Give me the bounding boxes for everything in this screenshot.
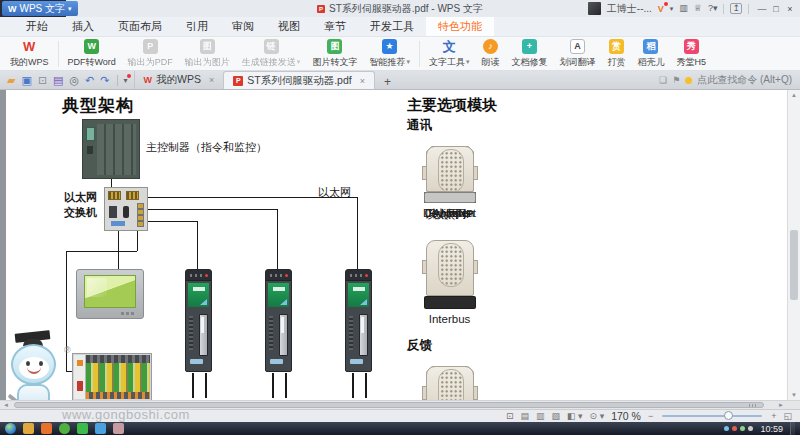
explorer-icon[interactable] xyxy=(23,423,34,434)
doc-mini-icon[interactable]: ❏ xyxy=(659,75,667,85)
tray-icon[interactable] xyxy=(732,426,737,431)
ribbon-read-aloud[interactable]: ♪朗读 xyxy=(475,37,505,70)
export-icon[interactable]: ⊡ xyxy=(38,75,47,86)
plc-label: 主控制器（指令和监控） xyxy=(146,140,267,155)
zoom-out-button[interactable]: − xyxy=(648,411,653,421)
flag-mini-icon[interactable]: ⚑ xyxy=(672,75,680,85)
start-button[interactable] xyxy=(5,423,16,434)
menu-tab-1[interactable]: 插入 xyxy=(60,17,106,36)
view-mode-icons: ⊡▤▥▧◧ ▾⊙ ▾ xyxy=(506,411,604,421)
menu-tab-7[interactable]: 开发工具 xyxy=(358,17,426,36)
quick-access-toolbar: ▰▣⊡▤◎↶↷ xyxy=(0,71,117,89)
collapse-ribbon-icon[interactable]: ↥ xyxy=(730,3,742,14)
undo-icon[interactable]: ↶ xyxy=(85,75,94,86)
find-command-hint: 点此查找命令 (Alt+Q) xyxy=(697,73,792,87)
doc-tab-1[interactable]: PST系列伺服驱动器.pdf× xyxy=(223,71,375,89)
taskbar-clock[interactable]: 10:59 xyxy=(760,424,783,434)
ribbon-text-tool[interactable]: 文文字工具▾ xyxy=(423,37,476,70)
user-avatar[interactable] xyxy=(588,2,601,15)
new-tab-button[interactable]: + xyxy=(375,75,400,89)
chevron-down-icon[interactable]: ▾ xyxy=(670,5,674,12)
ribbon-reward[interactable]: 赏打赏 xyxy=(601,37,631,70)
ribbon-xiutang-h5[interactable]: 秀秀堂H5 xyxy=(670,37,712,70)
menu-tab-4[interactable]: 审阅 xyxy=(220,17,266,36)
export-image-icon: 图 xyxy=(200,39,215,54)
docer-mall-icon[interactable]: ♕ xyxy=(694,4,702,13)
scroll-down-icon[interactable]: ▼ xyxy=(791,392,797,398)
ribbon-image-to-text[interactable]: 图图片转文字 xyxy=(306,37,363,70)
find-command[interactable]: ❏⚑ 点此查找命令 (Alt+Q) xyxy=(659,73,792,87)
app-name: WPS 文字 xyxy=(20,2,66,16)
maximize-button[interactable]: □ xyxy=(769,4,783,14)
tray-icon[interactable] xyxy=(740,426,745,431)
drive-part xyxy=(268,283,289,307)
open-folder-icon[interactable]: ▰ xyxy=(7,75,15,86)
app-green-icon[interactable] xyxy=(77,423,88,434)
fullscreen-icon[interactable]: ◱ xyxy=(783,411,792,421)
app-orange-icon[interactable] xyxy=(41,423,52,434)
redo-icon[interactable]: ↷ xyxy=(100,75,109,86)
menu-tab-0[interactable]: 开始 xyxy=(14,17,60,36)
ethernet-switch-image xyxy=(104,187,148,231)
scroll-up-icon[interactable]: ▲ xyxy=(791,92,797,98)
close-button[interactable]: × xyxy=(783,4,797,14)
zoom-slider-thumb[interactable] xyxy=(724,411,733,420)
zoom-slider[interactable] xyxy=(662,415,762,417)
tray-icon[interactable] xyxy=(724,426,729,431)
scroll-right-icon[interactable]: ► xyxy=(778,402,784,408)
module-CANopen: CANopen xyxy=(416,146,483,219)
divider xyxy=(748,4,749,14)
save-icon[interactable]: ▣ xyxy=(21,75,31,86)
app-photo-icon[interactable] xyxy=(113,423,124,434)
drive-part xyxy=(199,314,208,356)
skin-icon[interactable]: ▥ xyxy=(679,4,688,13)
doc-tab-label: ST系列伺服驱动器.pdf xyxy=(247,74,351,88)
module-feedback-2 xyxy=(416,366,483,400)
ribbon-docer[interactable]: 稻稻壳儿 xyxy=(631,37,670,70)
columns-view-icon[interactable]: ▥ xyxy=(536,411,545,421)
ribbon-doc-repair[interactable]: +文档修复 xyxy=(505,37,553,70)
servo-drive-image xyxy=(265,269,292,372)
doc-tab-label: 我的WPS xyxy=(156,73,201,87)
smart-recommend-icon: ★ xyxy=(382,39,397,54)
user-name[interactable]: 工博士--... xyxy=(607,2,652,16)
quick-access-more-icon[interactable]: ▾ xyxy=(124,76,128,85)
tray-icon[interactable] xyxy=(748,426,753,431)
app-green-circle-icon[interactable] xyxy=(59,423,70,434)
show-desktop-button[interactable] xyxy=(790,422,795,435)
ribbon-pdf-to-word[interactable]: WPDF转Word xyxy=(62,37,122,70)
wps-app-button[interactable]: W WPS 文字 ▾ xyxy=(2,1,78,16)
doc-tab-0[interactable]: W我的WPS× xyxy=(134,71,224,89)
scrollbar-thumb[interactable] xyxy=(790,230,798,300)
status-bar: www.gongboshi.com ⊡▤▥▧◧ ▾⊙ ▾ 170 % − + ◱ xyxy=(0,409,800,422)
print-preview-icon[interactable]: ◎ xyxy=(70,75,80,86)
page-view-icon[interactable]: ▤ xyxy=(521,411,530,421)
title-bar-right: 工博士--... V ▾ ▥♕?▾↥ —□× xyxy=(588,0,797,17)
app-blue-icon[interactable] xyxy=(95,423,106,434)
night-mode-icon[interactable]: ⊙ ▾ xyxy=(590,411,605,421)
menu-tab-3[interactable]: 引用 xyxy=(174,17,220,36)
read-mode-icon[interactable]: ▧ xyxy=(552,411,561,421)
ribbon-label: 打赏 xyxy=(607,56,625,69)
vertical-scrollbar[interactable]: ▲ ▼ xyxy=(787,90,800,400)
scroll-left-icon[interactable]: ◄ xyxy=(3,402,9,408)
zoom-in-button[interactable]: + xyxy=(771,411,776,421)
close-tab-icon[interactable]: × xyxy=(209,75,214,85)
ribbon-my-wps[interactable]: W我的WPS xyxy=(4,37,55,70)
display-mode-icon[interactable]: ◧ ▾ xyxy=(567,411,583,421)
fit-width-icon[interactable]: ⊡ xyxy=(506,411,514,421)
ribbon-translate[interactable]: A划词翻译 xyxy=(553,37,601,70)
menu-tab-5[interactable]: 视图 xyxy=(266,17,312,36)
servo-drive-image xyxy=(345,269,372,372)
ribbon-label: PDF转Word xyxy=(68,56,116,69)
minimize-button[interactable]: — xyxy=(755,4,769,14)
menu-tab-8[interactable]: 特色功能 xyxy=(426,17,494,36)
dropdown-caret-icon: ▾ xyxy=(466,58,470,66)
menu-tab-6[interactable]: 章节 xyxy=(312,17,358,36)
help-icon[interactable]: ?▾ xyxy=(708,4,718,13)
menu-tab-2[interactable]: 页面布局 xyxy=(106,17,174,36)
close-tab-icon[interactable]: × xyxy=(360,76,365,86)
ribbon-smart-recommend[interactable]: ★智能推荐▾ xyxy=(363,37,416,70)
print-icon[interactable]: ▤ xyxy=(53,75,63,86)
taskbar-icons xyxy=(23,423,124,434)
